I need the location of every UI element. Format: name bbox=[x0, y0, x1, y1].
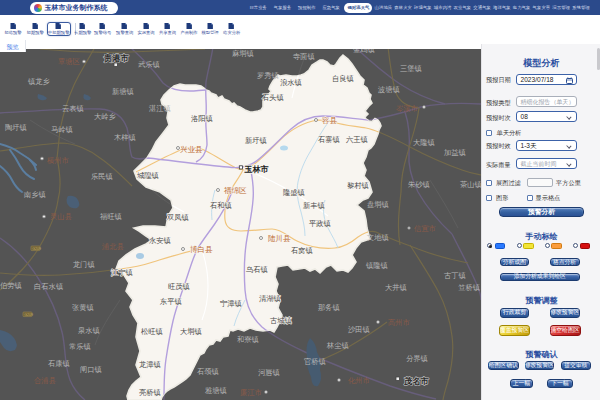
svg-text:合浦县: 合浦县 bbox=[34, 376, 57, 385]
svg-text:大岭乡: 大岭乡 bbox=[94, 112, 117, 121]
svg-text:贵港市: 贵港市 bbox=[103, 53, 130, 63]
svg-text:朱砂镇: 朱砂镇 bbox=[408, 180, 430, 189]
svg-text:新丰镇: 新丰镇 bbox=[303, 201, 325, 210]
svg-text:伯劳镇: 伯劳镇 bbox=[0, 281, 22, 290]
svg-text:木梓镇: 木梓镇 bbox=[114, 133, 136, 142]
svg-text:大隆镇: 大隆镇 bbox=[413, 138, 435, 147]
svg-text:茶山镇: 茶山镇 bbox=[460, 180, 481, 189]
svg-text:黎村镇: 黎村镇 bbox=[347, 181, 369, 190]
svg-text:新塘镇: 新塘镇 bbox=[112, 87, 134, 96]
svg-text:茂名市: 茂名市 bbox=[403, 376, 430, 386]
svg-text:分界镇: 分界镇 bbox=[406, 354, 428, 363]
svg-text:寺面镇: 寺面镇 bbox=[293, 52, 315, 61]
svg-text:新圩镇: 新圩镇 bbox=[245, 136, 267, 145]
svg-text:武乐镇: 武乐镇 bbox=[138, 60, 160, 69]
svg-text:横州市: 横州市 bbox=[47, 156, 69, 165]
svg-text:石头镇: 石头镇 bbox=[262, 93, 284, 102]
svg-text:六王镇: 六王镇 bbox=[346, 135, 368, 144]
svg-text:三堡镇: 三堡镇 bbox=[400, 64, 422, 73]
svg-text:马岭镇: 马岭镇 bbox=[51, 125, 73, 134]
svg-text:笪桥镇: 笪桥镇 bbox=[458, 283, 480, 292]
svg-text:江宁镇: 江宁镇 bbox=[111, 268, 133, 277]
svg-text:城隍镇: 城隍镇 bbox=[136, 171, 159, 180]
svg-text:麻垌镇: 麻垌镇 bbox=[232, 49, 254, 58]
svg-text:白石水镇: 白石水镇 bbox=[34, 282, 63, 291]
svg-text:宁潭镇: 宁潭镇 bbox=[220, 299, 242, 308]
svg-text:波塘镇: 波塘镇 bbox=[378, 85, 400, 94]
svg-text:浪水镇: 浪水镇 bbox=[280, 78, 302, 87]
svg-text:自良镇: 自良镇 bbox=[332, 74, 354, 83]
svg-text:隆盛镇: 隆盛镇 bbox=[283, 188, 305, 197]
svg-text:龙门镇: 龙门镇 bbox=[73, 260, 95, 269]
svg-text:那务镇: 那务镇 bbox=[318, 303, 340, 312]
svg-text:林尘镇: 林尘镇 bbox=[326, 341, 349, 350]
svg-text:岑溪市: 岑溪市 bbox=[396, 104, 418, 113]
svg-text:官桥镇: 官桥镇 bbox=[304, 357, 326, 366]
svg-text:廉江市: 廉江市 bbox=[240, 388, 262, 397]
svg-text:加益镇: 加益镇 bbox=[444, 148, 466, 157]
svg-text:泉水镇: 泉水镇 bbox=[78, 326, 100, 335]
svg-text:石康镇: 石康镇 bbox=[48, 359, 70, 368]
svg-text:盘垌镇: 盘垌镇 bbox=[367, 200, 389, 209]
svg-text:化州市: 化州市 bbox=[348, 376, 370, 385]
svg-text:双凤镇: 双凤镇 bbox=[166, 213, 189, 222]
svg-text:G209: G209 bbox=[24, 313, 33, 317]
svg-text:旺茂镇: 旺茂镇 bbox=[168, 282, 190, 291]
svg-text:古丁镇: 古丁镇 bbox=[444, 271, 466, 280]
svg-text:容县: 容县 bbox=[322, 116, 338, 125]
svg-text:福绵区: 福绵区 bbox=[224, 186, 247, 195]
svg-text:湛江镇: 湛江镇 bbox=[148, 104, 171, 113]
svg-text:博白县: 博白县 bbox=[190, 245, 213, 254]
svg-text:乐民镇: 乐民镇 bbox=[91, 172, 113, 181]
svg-text:信宜市: 信宜市 bbox=[414, 224, 436, 233]
svg-text:常乐镇: 常乐镇 bbox=[69, 342, 91, 351]
svg-text:平政镇: 平政镇 bbox=[309, 219, 331, 228]
svg-text:石颈镇: 石颈镇 bbox=[197, 367, 219, 376]
svg-text:龙潭镇: 龙潭镇 bbox=[139, 360, 161, 369]
svg-text:洛阳镇: 洛阳镇 bbox=[191, 114, 213, 123]
svg-text:G209: G209 bbox=[32, 247, 41, 251]
svg-text:镇隆镇: 镇隆镇 bbox=[365, 261, 388, 270]
svg-text:石寨镇: 石寨镇 bbox=[318, 135, 340, 144]
svg-text:石窝镇: 石窝镇 bbox=[291, 246, 313, 255]
svg-text:文地镇: 文地镇 bbox=[367, 233, 389, 242]
svg-text:河唇镇: 河唇镇 bbox=[258, 368, 280, 377]
svg-text:东平镇: 东平镇 bbox=[159, 297, 182, 306]
svg-text:古城镇: 古城镇 bbox=[270, 316, 292, 325]
svg-text:陶圩镇: 陶圩镇 bbox=[5, 123, 27, 132]
svg-text:浦北县: 浦北县 bbox=[101, 242, 125, 251]
svg-text:闸口镇: 闸口镇 bbox=[80, 365, 102, 374]
svg-text:雅塘镇: 雅塘镇 bbox=[205, 386, 227, 395]
svg-text:镇龙乡: 镇龙乡 bbox=[27, 77, 51, 86]
svg-text:乌石镇: 乌石镇 bbox=[245, 265, 268, 274]
svg-text:云表镇: 云表镇 bbox=[62, 104, 84, 113]
svg-text:清湖镇: 清湖镇 bbox=[259, 294, 281, 303]
svg-text:张黄镇: 张黄镇 bbox=[72, 303, 94, 312]
svg-text:玉林市: 玉林市 bbox=[244, 164, 269, 174]
svg-text:石和镇: 石和镇 bbox=[210, 201, 232, 210]
svg-text:沙田镇: 沙田镇 bbox=[348, 325, 370, 334]
svg-text:陆川县: 陆川县 bbox=[268, 234, 291, 243]
svg-text:亮桥镇: 亮桥镇 bbox=[139, 388, 161, 397]
svg-text:兴业县: 兴业县 bbox=[180, 145, 203, 154]
svg-text:南乡镇: 南乡镇 bbox=[23, 190, 46, 199]
svg-text:罗秀镇: 罗秀镇 bbox=[257, 71, 279, 80]
svg-text:覃塘区: 覃塘区 bbox=[58, 57, 80, 66]
svg-text:高州市: 高州市 bbox=[388, 318, 410, 327]
svg-text:和寮镇: 和寮镇 bbox=[237, 335, 259, 344]
svg-text:大垌镇: 大垌镇 bbox=[180, 327, 202, 336]
svg-text:大井镇: 大井镇 bbox=[385, 283, 407, 292]
svg-text:灵山县: 灵山县 bbox=[50, 212, 73, 221]
svg-text:福旺镇: 福旺镇 bbox=[100, 212, 122, 221]
svg-text:永安镇: 永安镇 bbox=[149, 236, 171, 245]
svg-text:松旺镇: 松旺镇 bbox=[141, 327, 163, 336]
